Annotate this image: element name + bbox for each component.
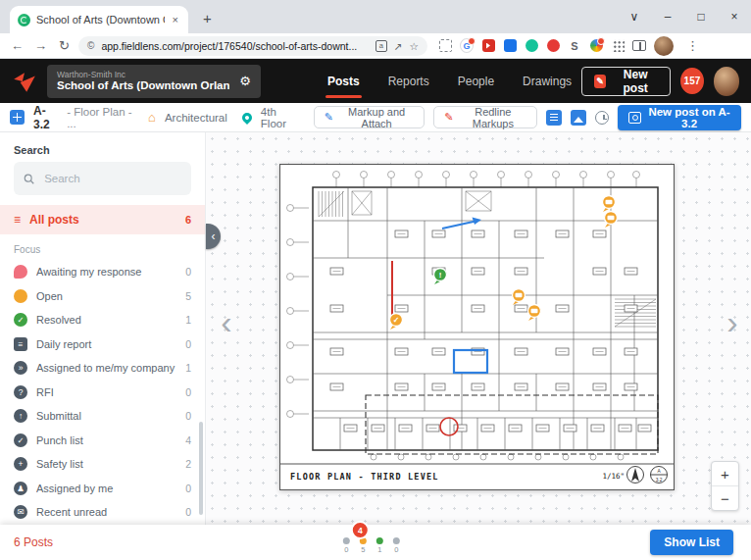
browser-tab-bar: School of Arts (Downtown Orlan × + ∨ – □… (0, 0, 751, 33)
adblock-extension-icon[interactable] (546, 39, 560, 53)
sidebar-item-safety-list[interactable]: + Safety list 2 (0, 452, 205, 477)
nav-drawings[interactable]: Drawings (523, 59, 572, 103)
project-name: School of Arts (Downtown Orlando) (57, 79, 229, 92)
plan-title: FLOOR PLAN - THIRD LEVEL (290, 472, 439, 482)
sidebar-scrollbar[interactable] (199, 422, 203, 515)
screenshot-extension-icon[interactable] (438, 39, 452, 53)
user-avatar[interactable] (714, 67, 739, 96)
plan-scale: 1/16" (602, 472, 625, 481)
blue-extension-icon[interactable] (503, 39, 517, 53)
browser-menu-icon[interactable]: ⋮ (681, 38, 704, 53)
safety-list-icon: + (14, 457, 27, 471)
sidebar-item-count: 0 (185, 338, 191, 350)
svg-text:✓: ✓ (393, 316, 400, 325)
browser-profile-avatar[interactable] (654, 36, 674, 56)
sidebar-item-assigned-by-me[interactable]: ♟ Assigned by me 0 (0, 477, 205, 501)
chat-bubble-icon (14, 265, 27, 279)
pdf-extension-icon[interactable] (481, 39, 495, 53)
sidebar-item-rfi[interactable]: ? RFI 0 (0, 381, 205, 405)
show-list-button[interactable]: Show List (650, 530, 733, 555)
nav-reports[interactable]: Reports (388, 59, 429, 103)
sidebar-item-label: Recent unread (36, 506, 176, 518)
site-info-icon[interactable]: © (87, 40, 94, 51)
translate-icon[interactable]: a (376, 40, 387, 52)
sidebar-collapse-handle[interactable]: ‹ (206, 224, 221, 249)
status-col-resolved: 1 (375, 537, 385, 554)
close-button[interactable]: × (718, 10, 751, 24)
tab-search-chevron-icon[interactable]: ∨ (618, 10, 651, 24)
other-count: 0 (394, 545, 398, 554)
address-bar[interactable]: © app.fieldlens.com/project/176540/schoo… (78, 36, 427, 56)
share-icon[interactable]: ↗ (394, 40, 403, 52)
new-post-button[interactable]: ✎ New post (581, 67, 671, 96)
new-post-on-drawing-button[interactable]: New post on A-3.2 (618, 105, 741, 130)
sidebar-item-daily-report[interactable]: ≡ Daily report 0 (0, 332, 205, 357)
multicolor-extension-icon[interactable] (589, 39, 603, 53)
recent-unread-icon: ✉ (14, 505, 27, 519)
sidebar-item-count: 0 (185, 386, 191, 398)
new-tab-button[interactable]: + (197, 8, 218, 28)
focus-section-label: Focus (14, 244, 191, 255)
main-nav: Posts Reports People Drawings (327, 59, 572, 103)
unread-count-badge: 4 (351, 521, 370, 539)
main-content: Search ≡ All posts 6 Focus Awaiting my r… (0, 132, 751, 525)
drawing-sheet[interactable]: FLOOR PLAN - THIRD LEVEL 1/16" A 3.2 (279, 164, 675, 490)
redline-markups-button[interactable]: ✎ Redline Markups (433, 106, 537, 128)
bookmark-star-icon[interactable]: ☆ (410, 40, 419, 52)
search-box[interactable] (14, 162, 191, 195)
g-extension-icon[interactable]: G (460, 39, 474, 53)
next-drawing-arrow[interactable]: › (722, 305, 743, 338)
nav-posts[interactable]: Posts (327, 59, 360, 103)
minimize-button[interactable]: – (651, 10, 684, 24)
sidebar-item-label: Resolved (36, 314, 176, 326)
photo-icon[interactable] (571, 110, 586, 126)
nav-people[interactable]: People (458, 59, 494, 103)
zoom-in-button[interactable]: + (712, 462, 738, 485)
forward-icon[interactable]: → (29, 38, 52, 53)
sidebar-item-label: Assigned to me/my company (36, 362, 176, 374)
post-status-summary[interactable]: 4 0 5 1 0 (337, 527, 406, 558)
split-view-icon[interactable] (632, 39, 646, 53)
footer-bar: 6 Posts 4 0 5 1 0 Show List (0, 525, 751, 560)
tab-close-icon[interactable]: × (171, 14, 180, 25)
maximize-button[interactable]: □ (684, 10, 718, 24)
sidebar-item-resolved[interactable]: ✓ Resolved 1 (0, 308, 205, 332)
sidebar-item-open[interactable]: Open 5 (0, 284, 205, 309)
reload-icon[interactable]: ↻ (53, 38, 75, 53)
document-icon[interactable] (546, 110, 562, 126)
status-dots: 0 5 1 0 (337, 527, 406, 554)
search-input[interactable] (42, 172, 181, 185)
sidebar-item-awaiting-response[interactable]: Awaiting my response 0 (0, 260, 205, 284)
previous-drawing-arrow[interactable]: ‹ (216, 305, 237, 338)
zoom-out-button[interactable]: − (712, 485, 738, 510)
apps-grid-icon[interactable] (611, 39, 625, 53)
project-selector[interactable]: Warthon-Smith Inc School of Arts (Downto… (47, 65, 261, 98)
sidebar-item-punch-list[interactable]: ✓ Punch list 4 (0, 429, 205, 453)
app-header: Warthon-Smith Inc School of Arts (Downto… (0, 59, 751, 103)
notification-badge[interactable]: 157 (680, 68, 704, 94)
sidebar-item-label: Assigned by me (36, 483, 176, 494)
sidebar-item-all-posts[interactable]: ≡ All posts 6 (0, 205, 205, 234)
markup-button-label: Markup and Attach (339, 106, 414, 129)
fieldlens-logo[interactable] (12, 69, 37, 94)
green-extension-icon[interactable] (525, 39, 538, 53)
sidebar-item-count: 0 (185, 266, 191, 278)
sidebar-item-recent-unread[interactable]: ✉ Recent unread 0 (0, 500, 205, 525)
history-clock-icon[interactable] (595, 111, 609, 125)
drawing-canvas[interactable]: ‹ ‹ › (206, 132, 751, 525)
s-extension-icon[interactable]: S (568, 39, 581, 53)
sidebar-item-label: Daily report (36, 338, 176, 350)
markup-and-attach-button[interactable]: ✎ Markup and Attach (314, 106, 426, 128)
sidebar-item-label: Open (36, 290, 176, 302)
sidebar-item-assigned-to-me[interactable]: » Assigned to me/my company 1 (0, 356, 205, 381)
sidebar-item-count: 4 (185, 434, 191, 446)
back-icon[interactable]: ← (6, 38, 28, 53)
url-text: app.fieldlens.com/project/176540/school-… (101, 40, 368, 52)
drawing-thumbnail-icon[interactable] (10, 110, 25, 125)
company-name: Warthon-Smith Inc (57, 70, 229, 79)
gear-icon[interactable]: ⚙ (239, 74, 251, 88)
browser-tab[interactable]: School of Arts (Downtown Orlan × (10, 6, 188, 33)
sidebar-item-count: 0 (185, 483, 191, 494)
sidebar-item-submittal[interactable]: ↑ Submittal 0 (0, 404, 205, 429)
assigned-by-me-icon: ♟ (14, 482, 27, 495)
